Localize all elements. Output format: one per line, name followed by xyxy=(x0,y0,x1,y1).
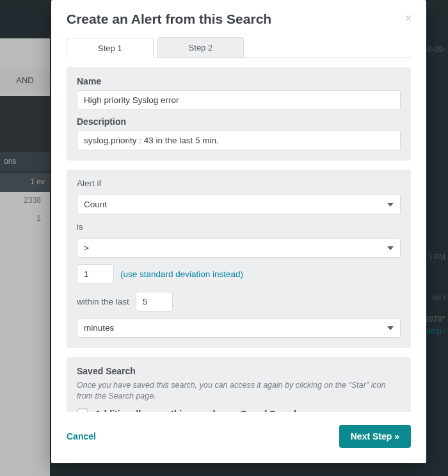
create-alert-modal: × Create an Alert from this Search Step … xyxy=(51,0,426,463)
within-value-input[interactable] xyxy=(136,292,173,312)
panel-saved-search: Saved Search Once you have saved this se… xyxy=(67,357,411,412)
alert-description-input[interactable] xyxy=(77,131,401,150)
comparator-select-value: > xyxy=(84,243,89,253)
tab-step-1[interactable]: Step 1 xyxy=(67,38,154,58)
saved-search-heading: Saved Search xyxy=(77,366,401,376)
saved-search-subtext: Once you have saved this search, you can… xyxy=(77,380,401,402)
modal-footer: Cancel Next Step » xyxy=(51,412,426,463)
threshold-input[interactable] xyxy=(77,264,114,284)
panel-name-description: Name Description xyxy=(67,67,411,161)
within-unit-value: minutes xyxy=(84,323,114,333)
within-unit-select[interactable]: minutes xyxy=(77,318,401,338)
close-icon[interactable]: × xyxy=(402,12,415,24)
name-label: Name xyxy=(77,76,401,86)
cancel-button[interactable]: Cancel xyxy=(67,431,96,441)
chevron-down-icon xyxy=(387,246,394,250)
panel-alert-condition: Alert if Count is > (use standard deviat… xyxy=(67,170,411,348)
chevron-down-icon xyxy=(387,203,394,207)
description-label: Description xyxy=(77,116,401,127)
within-label: within the last xyxy=(77,297,129,306)
comparator-select[interactable]: > xyxy=(77,238,401,258)
stddev-link[interactable]: (use standard deviation instead) xyxy=(120,269,243,279)
alert-name-input[interactable] xyxy=(77,90,401,110)
tab-step-2[interactable]: Step 2 xyxy=(157,37,244,58)
chevron-down-icon xyxy=(387,326,394,330)
metric-select-value: Count xyxy=(84,200,107,209)
is-label: is xyxy=(77,222,83,232)
modal-body: Name Description Alert if Count is > xyxy=(51,58,426,412)
modal-title: Create an Alert from this Search xyxy=(67,12,411,27)
alert-if-label: Alert if xyxy=(77,178,101,188)
metric-select[interactable]: Count xyxy=(77,194,401,214)
step-tabs: Step 1 Step 2 xyxy=(67,37,411,58)
modal-header: Create an Alert from this Search xyxy=(51,0,426,27)
next-step-button[interactable]: Next Step » xyxy=(339,425,411,448)
